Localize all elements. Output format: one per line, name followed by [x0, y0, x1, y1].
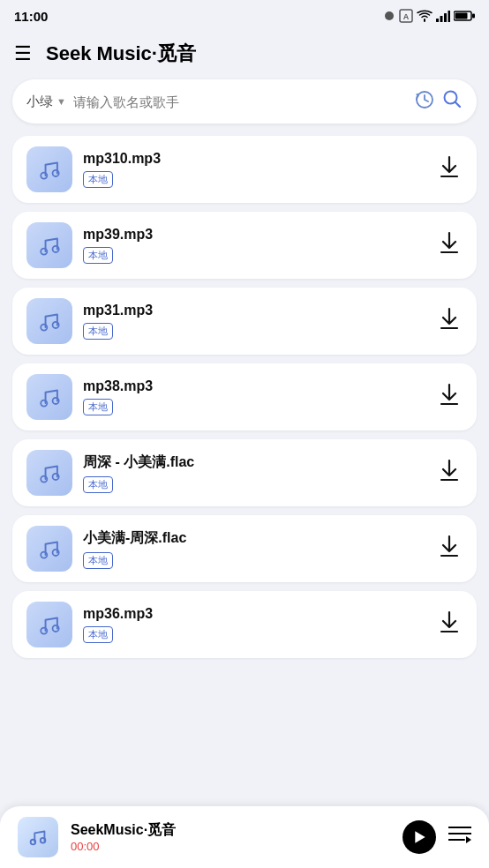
list-item[interactable]: mp36.mp3 本地 [12, 591, 477, 658]
download-button[interactable] [436, 379, 463, 415]
download-button[interactable] [436, 607, 463, 642]
list-item[interactable]: mp31.mp3 本地 [12, 288, 477, 355]
download-button[interactable] [436, 455, 463, 490]
song-name: 小美满-周深.flac [83, 529, 425, 548]
player-music-note-icon [26, 826, 49, 849]
download-button[interactable] [436, 303, 463, 339]
status-time: 11:00 [14, 9, 48, 24]
list-item[interactable]: 小美满-周深.flac 本地 [12, 515, 477, 582]
song-name: mp310.mp3 [83, 151, 425, 167]
song-tag: 本地 [83, 626, 113, 643]
svg-rect-6 [448, 11, 451, 22]
player-art [18, 817, 58, 857]
list-item[interactable]: mp39.mp3 本地 [12, 212, 477, 279]
status-icons: A [383, 9, 475, 23]
svg-rect-4 [440, 16, 443, 22]
song-info: 小美满-周深.flac 本地 [83, 529, 425, 569]
search-input[interactable] [73, 94, 408, 109]
svg-point-0 [385, 11, 394, 20]
app-icon: A [399, 9, 413, 23]
song-info: mp38.mp3 本地 [83, 378, 425, 415]
song-info: 周深 - 小美满.flac 本地 [83, 453, 425, 493]
svg-rect-8 [455, 13, 468, 19]
search-icon[interactable] [441, 88, 463, 115]
svg-rect-9 [472, 14, 475, 19]
battery-icon [454, 10, 475, 22]
song-name: 周深 - 小美满.flac [83, 453, 425, 472]
download-button[interactable] [436, 228, 463, 263]
music-note-icon [35, 535, 64, 563]
list-item[interactable]: mp310.mp3 本地 [12, 136, 477, 203]
song-info: mp310.mp3 本地 [83, 151, 425, 188]
music-note-icon [35, 231, 64, 259]
svg-rect-5 [444, 13, 447, 22]
song-list: mp310.mp3 本地 mp39.mp3 本地 [0, 136, 489, 797]
svg-marker-40 [466, 836, 471, 843]
song-art-1 [26, 222, 72, 268]
rec-icon [383, 10, 395, 22]
player-title: SeekMusic·觅音 [71, 821, 390, 840]
song-tag: 本地 [83, 247, 113, 264]
song-art-0 [26, 146, 72, 192]
song-art-6 [26, 602, 72, 647]
app-title: Seek Music·觅音 [46, 41, 196, 67]
player-time: 00:00 [71, 840, 390, 853]
source-label: 小绿 [26, 94, 53, 110]
song-tag: 本地 [83, 552, 113, 569]
signal-icon [436, 10, 450, 22]
song-tag: 本地 [83, 323, 113, 340]
song-name: mp38.mp3 [83, 378, 425, 394]
player-controls [402, 820, 471, 854]
song-info: mp36.mp3 本地 [83, 606, 425, 643]
music-note-icon [35, 459, 64, 487]
player-info: SeekMusic·觅音 00:00 [71, 821, 390, 853]
song-info: mp39.mp3 本地 [83, 227, 425, 264]
chevron-down-icon: ▼ [56, 96, 66, 107]
song-art-2 [26, 298, 72, 344]
list-item[interactable]: 周深 - 小美满.flac 本地 [12, 439, 477, 506]
svg-text:A: A [403, 12, 410, 21]
song-info: mp31.mp3 本地 [83, 303, 425, 340]
status-bar: 11:00 A [0, 0, 489, 32]
list-item[interactable]: mp38.mp3 本地 [12, 363, 477, 430]
header: ☰ Seek Music·觅音 [0, 32, 489, 79]
music-note-icon [35, 307, 64, 335]
music-note-icon [35, 383, 64, 411]
song-name: mp39.mp3 [83, 227, 425, 243]
search-bar: 小绿 ▼ [12, 79, 477, 123]
song-art-3 [26, 374, 72, 420]
svg-line-12 [455, 102, 460, 107]
download-button[interactable] [436, 152, 463, 187]
music-note-icon [35, 155, 64, 183]
song-tag: 本地 [83, 171, 113, 188]
song-tag: 本地 [83, 399, 113, 415]
download-button[interactable] [436, 531, 463, 566]
menu-icon[interactable]: ☰ [14, 42, 32, 65]
svg-point-34 [31, 840, 36, 845]
song-tag: 本地 [83, 476, 113, 493]
history-icon[interactable] [415, 90, 434, 114]
svg-point-35 [41, 838, 46, 843]
source-selector[interactable]: 小绿 ▼ [26, 94, 66, 110]
svg-marker-36 [415, 831, 425, 843]
svg-rect-3 [436, 19, 439, 22]
song-art-4 [26, 450, 72, 496]
search-container: 小绿 ▼ [0, 79, 489, 136]
play-button[interactable] [402, 820, 436, 854]
song-name: mp36.mp3 [83, 606, 425, 622]
playlist-button[interactable] [448, 825, 471, 849]
bottom-player: SeekMusic·觅音 00:00 [0, 806, 489, 868]
music-note-icon [35, 610, 64, 639]
song-name: mp31.mp3 [83, 303, 425, 318]
song-art-5 [26, 526, 72, 572]
wifi-icon [417, 10, 433, 22]
